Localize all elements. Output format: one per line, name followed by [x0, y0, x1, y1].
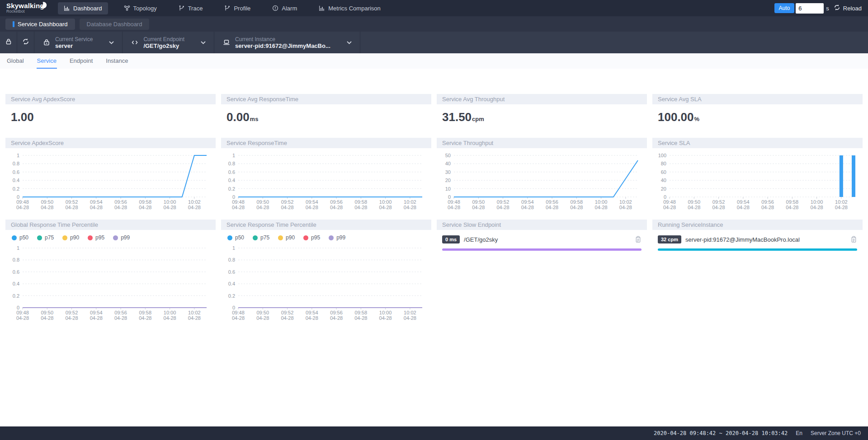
- svg-text:09:50: 09:50: [41, 199, 54, 205]
- nav-label: Dashboard: [73, 5, 102, 12]
- svg-text:04-28: 04-28: [379, 205, 392, 210]
- svg-text:04-28: 04-28: [521, 205, 534, 210]
- svg-text:10:00: 10:00: [164, 310, 176, 315]
- topology-icon: [124, 5, 130, 11]
- reload-interval-input[interactable]: [796, 3, 824, 14]
- svg-text:09:52: 09:52: [497, 199, 509, 205]
- service-dashboard-button[interactable]: Service Dashboard: [5, 19, 75, 30]
- legend-dot: [88, 235, 93, 240]
- database-dashboard-button[interactable]: Database Dashboard: [80, 19, 150, 30]
- nav-item-topology[interactable]: Topology: [118, 2, 163, 14]
- svg-text:09:52: 09:52: [66, 199, 78, 205]
- svg-text:04-28: 04-28: [379, 315, 392, 321]
- stat-unit: ms: [250, 116, 259, 122]
- stat-value: 31.50: [442, 110, 472, 124]
- svg-text:04-28: 04-28: [16, 315, 29, 321]
- latency-badge: 0 ms: [442, 235, 460, 243]
- nav-label: Alarm: [282, 5, 297, 12]
- stat-value: 100.00: [658, 110, 694, 124]
- svg-text:04-28: 04-28: [164, 205, 176, 210]
- svg-text:09:48: 09:48: [232, 199, 245, 205]
- language-switch[interactable]: En: [796, 430, 802, 436]
- service-percentile-line-chart: 00.20.40.60.8109:4804-2809:5004-2809:520…: [221, 244, 431, 324]
- svg-text:04-28: 04-28: [139, 205, 151, 210]
- selector-label: Current Service: [55, 36, 93, 42]
- svg-text:09:56: 09:56: [330, 199, 343, 205]
- instance-name: server-pid:91672@JimmyMacBookPro.local: [685, 236, 846, 243]
- refresh-button[interactable]: [17, 32, 34, 53]
- current-endpoint-selector[interactable]: Current Endpoint /GET/go2sky: [123, 32, 214, 53]
- nav-item-trace[interactable]: Trace: [173, 2, 209, 14]
- svg-text:04-28: 04-28: [663, 205, 676, 210]
- svg-text:04-28: 04-28: [761, 205, 774, 210]
- nav-right-controls: Auto s Reload: [774, 3, 862, 14]
- legend-item-p75[interactable]: p75: [37, 234, 54, 241]
- reload-icon: [834, 4, 840, 12]
- lock-icon: [5, 38, 12, 47]
- throughput-line-chart: 0102030405009:4804-2809:5004-2809:5204-2…: [437, 152, 647, 213]
- legend-item-p50[interactable]: p50: [12, 234, 28, 241]
- tab-endpoint[interactable]: Endpoint: [69, 54, 93, 69]
- tab-instance[interactable]: Instance: [105, 54, 128, 69]
- svg-text:04-28: 04-28: [65, 315, 78, 321]
- trace-branch-icon: [179, 5, 185, 11]
- tab-service[interactable]: Service: [37, 54, 57, 69]
- legend-label: p99: [121, 234, 130, 241]
- svg-text:04-28: 04-28: [448, 205, 460, 210]
- svg-text:10:00: 10:00: [164, 199, 176, 205]
- svg-text:09:50: 09:50: [41, 310, 54, 315]
- nav-item-alarm[interactable]: Alarm: [266, 2, 303, 14]
- legend-label: p90: [286, 234, 295, 241]
- nav-item-dashboard[interactable]: Dashboard: [58, 2, 108, 14]
- svg-text:04-28: 04-28: [256, 205, 269, 210]
- timezone-label[interactable]: Server Zone UTC +0: [811, 430, 861, 436]
- slow-endpoint-row: 0 ms /GET/go2sky: [442, 235, 642, 243]
- auto-reload-button[interactable]: Auto: [774, 3, 795, 13]
- chart-card-service-percentile: Service Response Time Percentile p50 p75…: [221, 220, 431, 324]
- card-title: Service Avg ApdexScore: [5, 94, 216, 104]
- reload-control[interactable]: Reload: [834, 4, 862, 12]
- stat-value: 1.00: [11, 110, 34, 124]
- selector-text: Current Instance server-pid:91672@JimmyM…: [235, 36, 330, 49]
- legend-item-p95[interactable]: p95: [88, 234, 104, 241]
- legend-item-p99[interactable]: p99: [329, 234, 345, 241]
- card-title: Service Avg ResponseTime: [221, 94, 431, 104]
- svg-text:0.8: 0.8: [228, 161, 235, 166]
- svg-text:04-28: 04-28: [472, 205, 485, 210]
- dashboard-button-label: Database Dashboard: [87, 21, 142, 28]
- legend-dot: [303, 235, 308, 240]
- svg-text:09:58: 09:58: [139, 199, 152, 205]
- svg-text:09:48: 09:48: [16, 199, 29, 205]
- current-service-selector[interactable]: Current Service server: [34, 32, 123, 53]
- cpm-badge: 32 cpm: [658, 235, 681, 243]
- legend-item-p90[interactable]: p90: [278, 234, 295, 241]
- stat-card-response-time: Service Avg ResponseTime 0.00ms: [221, 94, 431, 131]
- svg-text:20: 20: [445, 178, 451, 183]
- legend-item-p99[interactable]: p99: [113, 234, 130, 241]
- legend-item-p90[interactable]: p90: [62, 234, 79, 241]
- legend-item-p50[interactable]: p50: [227, 234, 244, 241]
- nav-item-profile[interactable]: Profile: [218, 2, 256, 14]
- current-instance-selector[interactable]: Current Instance server-pid:91672@JimmyM…: [214, 32, 360, 53]
- lock-button[interactable]: [0, 32, 17, 53]
- svg-text:04-28: 04-28: [570, 205, 583, 210]
- svg-text:0.4: 0.4: [13, 281, 19, 286]
- svg-text:10:00: 10:00: [379, 199, 392, 205]
- svg-text:10:02: 10:02: [188, 310, 201, 315]
- stat-unit: %: [694, 116, 700, 122]
- card-title: Service Response Time Percentile: [221, 220, 431, 230]
- tab-global[interactable]: Global: [6, 54, 24, 69]
- clipboard-icon[interactable]: [635, 236, 642, 243]
- app-logo[interactable]: Skywalking Rocketbot: [6, 3, 52, 14]
- svg-text:04-28: 04-28: [65, 205, 78, 210]
- clipboard-icon[interactable]: [850, 236, 857, 243]
- svg-text:09:50: 09:50: [472, 199, 485, 205]
- nav-item-metrics-comparison[interactable]: Metrics Comparison: [313, 2, 387, 14]
- svg-text:04-28: 04-28: [114, 315, 127, 321]
- svg-text:09:58: 09:58: [355, 310, 368, 315]
- legend-item-p95[interactable]: p95: [303, 234, 320, 241]
- legend-item-p75[interactable]: p75: [253, 234, 269, 241]
- svg-text:04-28: 04-28: [306, 205, 318, 210]
- apdex-line-chart: 00.20.40.60.8109:4804-2809:5004-2809:520…: [5, 152, 216, 213]
- svg-text:09:56: 09:56: [761, 199, 774, 205]
